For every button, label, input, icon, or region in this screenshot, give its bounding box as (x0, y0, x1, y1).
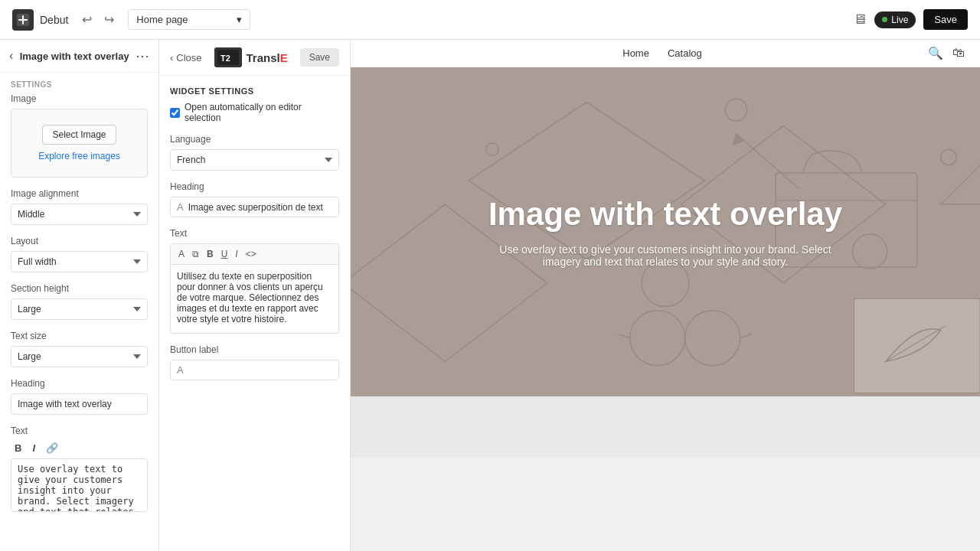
cart-icon[interactable]: 🛍 (952, 46, 965, 60)
page-select-value: Home page (136, 14, 188, 25)
image-alignment-label: Image alignment (11, 188, 148, 199)
middle-header: ‹ Close T2 TranslE Save (159, 40, 350, 76)
bold-button[interactable]: B (11, 441, 25, 455)
heading-label: Heading (11, 378, 148, 389)
text-size-label: Text size (11, 331, 148, 341)
button-label-label: Button label (170, 344, 339, 355)
button-label-group: Button label A (170, 344, 339, 380)
desktop-icon[interactable]: 🖥 (853, 11, 867, 28)
nav-catalog[interactable]: Catalog (668, 47, 702, 59)
middle-panel: ‹ Close T2 TranslE Save WIDGET SETTINGS … (159, 40, 351, 551)
auto-open-label: Open automatically on editor selection (185, 102, 339, 123)
link-button[interactable]: 🔗 (42, 441, 62, 455)
hero-subtitle: Use overlay text to give your customers … (482, 243, 849, 268)
sidebar-more-button[interactable]: ⋯ (136, 47, 149, 64)
sidebar-content: Image Select Image Explore free images I… (0, 93, 158, 551)
sidebar-header: ‹ Image with text overlay ⋯ (0, 40, 158, 73)
widget-settings-section: WIDGET SETTINGS Open automatically on ed… (170, 86, 339, 123)
select-image-button[interactable]: Select Image (42, 125, 116, 145)
text-editor-toolbar: A ⧉ B U I <> (170, 243, 339, 265)
middle-content: WIDGET SETTINGS Open automatically on ed… (159, 76, 350, 551)
explore-link[interactable]: Explore free images (38, 151, 120, 161)
button-label-input-row: A (170, 360, 339, 380)
text-translation-group: Text A ⧉ B U I <> Utilisez du texte en s… (170, 228, 339, 334)
section-height-select[interactable]: LargeSmallMedium (11, 298, 148, 320)
translate-toolbar-icon[interactable]: A (175, 247, 188, 261)
sidebar-back-button[interactable]: ‹ (9, 49, 13, 63)
preview-nav: Home Catalog 🔍 🛍 (351, 40, 980, 67)
copy-button[interactable]: ⧉ (189, 247, 202, 261)
section-height-label: Section height (11, 283, 148, 294)
text-field-group: Text B I 🔗 Use overlay text to give your… (11, 425, 148, 514)
settings-label: SETTINGS (0, 73, 158, 93)
text-translation-label: Text (170, 228, 339, 239)
text-translation-content: Utilisez du texte en superposition pour … (177, 271, 323, 324)
topbar-logo (12, 9, 34, 31)
text-translation-area[interactable]: Utilisez du texte en superposition pour … (170, 265, 339, 334)
live-label: Live (891, 15, 908, 25)
topbar-left: Debut (12, 9, 68, 31)
transl-icon: T2 (214, 47, 242, 67)
language-select[interactable]: FrenchSpanishGermanItalian (170, 149, 339, 171)
button-translate-icon: A (177, 364, 184, 376)
button-label-input[interactable] (188, 365, 332, 376)
main-layout: ‹ Image with text overlay ⋯ SETTINGS Ima… (0, 40, 980, 551)
text-underline-button[interactable]: U (218, 247, 231, 261)
image-field-group: Image Select Image Explore free images (11, 93, 148, 178)
svg-text:T2: T2 (220, 54, 230, 63)
live-badge[interactable]: Live (874, 11, 916, 28)
preview-nav-icons: 🔍 🛍 (928, 46, 965, 60)
section-height-group: Section height LargeSmallMedium (11, 283, 148, 320)
layout-label: Layout (11, 236, 148, 246)
text-textarea[interactable]: Use overlay text to give your customers … (11, 458, 148, 512)
text-size-group: Text size LargeSmallMedium (11, 331, 148, 367)
chevron-left-icon: ‹ (170, 52, 173, 64)
transl-e: E (280, 51, 288, 64)
image-alignment-group: Image alignment MiddleTopBottom (11, 188, 148, 225)
hero-content: Image with text overlay Use overlay text… (466, 181, 864, 283)
left-sidebar: ‹ Image with text overlay ⋯ SETTINGS Ima… (0, 40, 159, 551)
preview-hero: Image with text overlay Use overlay text… (351, 67, 980, 396)
hero-title: Image with text overlay (482, 196, 849, 233)
page-select[interactable]: Home page ▾ (128, 9, 250, 30)
undo-button[interactable]: ↩ (77, 9, 96, 30)
close-label: Close (176, 52, 201, 64)
undo-redo-group: ↩ ↪ (77, 9, 119, 30)
image-label: Image (11, 93, 148, 104)
page-select-chevron: ▾ (237, 14, 242, 25)
heading-translation-label: Heading (170, 181, 339, 192)
text-toolbar: B I 🔗 (11, 441, 148, 455)
layout-select[interactable]: Full widthFixed width (11, 251, 148, 272)
italic-button[interactable]: I (28, 441, 39, 455)
svg-rect-22 (854, 298, 980, 393)
heading-field-group: Heading (11, 378, 148, 415)
preview-footer (351, 396, 980, 458)
language-label: Language (170, 134, 339, 145)
redo-button[interactable]: ↪ (100, 9, 119, 30)
text-label: Text (11, 425, 148, 436)
text-size-select[interactable]: LargeSmallMedium (11, 346, 148, 367)
heading-translation-group: Heading A (170, 181, 339, 217)
transl-text: Transl (247, 51, 280, 64)
middle-save-button[interactable]: Save (300, 48, 339, 67)
search-icon[interactable]: 🔍 (928, 46, 943, 60)
nav-home[interactable]: Home (622, 47, 649, 59)
widget-settings-title: WIDGET SETTINGS (170, 86, 339, 96)
image-upload-area: Select Image Explore free images (11, 109, 148, 178)
translate-icon: A (177, 201, 184, 213)
auto-open-row: Open automatically on editor selection (170, 102, 339, 123)
topbar-right: 🖥 Live Save (853, 9, 968, 30)
heading-translation-input[interactable] (188, 202, 332, 213)
auto-open-checkbox[interactable] (170, 108, 180, 118)
preview-nav-links: Home Catalog (622, 47, 702, 59)
text-italic-button[interactable]: I (232, 247, 240, 261)
site-name: Debut (40, 14, 68, 26)
close-button[interactable]: ‹ Close (170, 52, 202, 64)
live-dot (882, 17, 887, 22)
heading-translation-input-row: A (170, 197, 339, 217)
heading-input[interactable] (11, 393, 148, 415)
save-button[interactable]: Save (923, 9, 968, 30)
image-alignment-select[interactable]: MiddleTopBottom (11, 204, 148, 225)
text-code-button[interactable]: <> (243, 247, 260, 261)
text-bold-button[interactable]: B (204, 247, 217, 261)
